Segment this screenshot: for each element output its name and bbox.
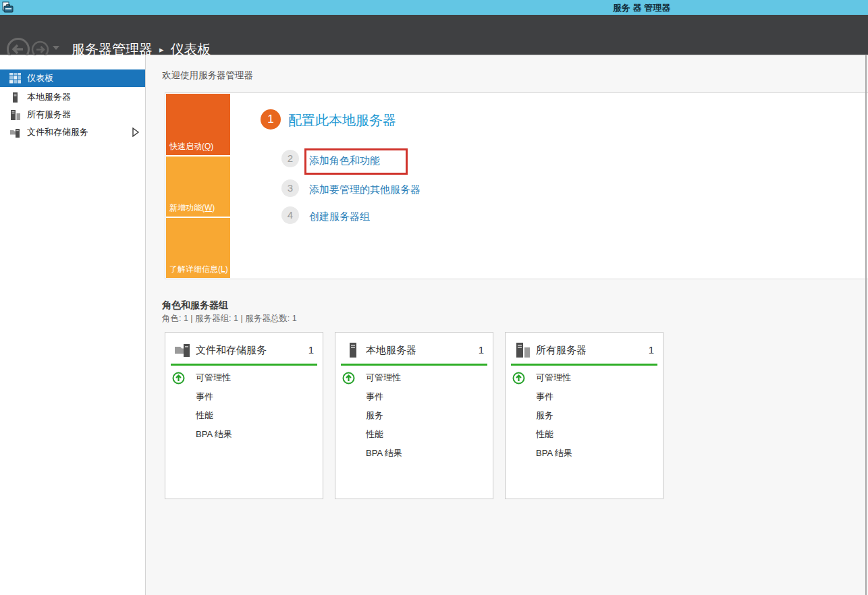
card-row-performance[interactable]: 性能 — [165, 406, 323, 425]
file-storage-icon — [9, 127, 21, 138]
breadcrumb-separator-icon: ▸ — [159, 45, 164, 55]
card-local-server: 本地服务器 1 可管理性 事件 服务 性能 BPA 结果 — [335, 332, 493, 499]
title-bar: 服务 器 管理器 — [0, 0, 868, 15]
card-row-services[interactable]: 服务 — [335, 406, 493, 425]
sidebar-item-label: 仪表板 — [27, 72, 53, 84]
window-title: 服务 器 管理器 — [613, 2, 670, 14]
welcome-heading: 欢迎使用服务器管理器 — [162, 69, 253, 82]
step-3-badge: 3 — [281, 179, 299, 197]
card-row-bpa-results[interactable]: BPA 结果 — [335, 444, 493, 463]
card-row-events[interactable]: 事件 — [335, 387, 493, 406]
card-file-storage-services: 文件和存储服务 1 可管理性 事件 性能 BPA 结果 — [165, 332, 323, 499]
card-row-bpa-results[interactable]: BPA 结果 — [165, 425, 323, 444]
add-roles-features-link[interactable]: 添加角色和功能 — [309, 154, 380, 167]
card-status-line — [341, 364, 487, 366]
card-all-servers: 所有服务器 1 可管理性 事件 服务 性能 BPA 结果 — [505, 332, 663, 499]
sidebar: 仪表板 本地服务器 所有服务器 文件和存储服务 — [0, 55, 146, 595]
dashboard-grid-icon — [9, 73, 21, 84]
card-count: 1 — [479, 344, 484, 356]
card-title[interactable]: 文件和存储服务 — [196, 344, 267, 357]
local-server-icon — [344, 341, 362, 359]
card-row-manageability[interactable]: 可管理性 — [506, 368, 663, 387]
quick-start-tab[interactable]: 快速启动(Q) — [166, 94, 230, 155]
whats-new-label: 新增功能(W) — [169, 202, 215, 214]
sidebar-item-dashboard[interactable]: 仪表板 — [0, 69, 145, 87]
learn-more-tab[interactable]: 了解详细信息(L) — [166, 218, 230, 278]
expand-arrow-icon[interactable] — [132, 128, 140, 137]
roles-summary: 角色: 1 | 服务器组: 1 | 服务器总数: 1 — [162, 313, 297, 324]
card-row-manageability[interactable]: 可管理性 — [165, 368, 323, 387]
sidebar-item-all-servers[interactable]: 所有服务器 — [0, 106, 145, 123]
card-title[interactable]: 所有服务器 — [536, 344, 587, 357]
add-other-servers-link[interactable]: 添加要管理的其他服务器 — [309, 183, 421, 196]
create-server-group-link[interactable]: 创建服务器组 — [309, 210, 370, 223]
roles-section-heading: 角色和服务器组 — [162, 300, 228, 312]
sidebar-item-local-server[interactable]: 本地服务器 — [0, 88, 145, 106]
card-row-manageability[interactable]: 可管理性 — [335, 368, 493, 387]
file-storage-icon — [174, 341, 192, 359]
server-manager-window: 服务 器 管理器 服务器管理器 ▸ 仪表板 仪表板 — [0, 0, 868, 595]
card-row-events[interactable]: 事件 — [506, 387, 663, 406]
up-arrow-status-icon — [172, 372, 185, 385]
card-row-services[interactable]: 服务 — [506, 406, 663, 425]
all-servers-icon — [9, 109, 21, 121]
card-row-events[interactable]: 事件 — [165, 387, 323, 406]
local-server-icon — [9, 92, 21, 103]
step-1-badge: 1 — [261, 109, 281, 130]
step-4-badge: 4 — [281, 206, 299, 224]
sidebar-item-label: 文件和存储服务 — [27, 126, 88, 138]
card-count: 1 — [308, 344, 314, 356]
card-status-line — [171, 364, 317, 366]
card-row-performance[interactable]: 性能 — [335, 425, 493, 444]
window-right-edge — [865, 55, 867, 595]
sidebar-item-file-storage-services[interactable]: 文件和存储服务 — [0, 123, 145, 141]
configure-local-server-link[interactable]: 配置此本地服务器 — [288, 111, 396, 130]
server-manager-app-icon — [2, 1, 14, 13]
quick-start-label: 快速启动(Q) — [169, 141, 213, 152]
breadcrumb-current: 仪表板 — [171, 40, 211, 59]
sidebar-item-label: 本地服务器 — [27, 91, 71, 103]
card-count: 1 — [649, 344, 654, 356]
all-servers-icon — [514, 341, 532, 359]
up-arrow-status-icon — [342, 372, 355, 385]
whats-new-tab[interactable]: 新增功能(W) — [166, 157, 230, 217]
learn-more-label: 了解详细信息(L) — [169, 264, 228, 275]
nav-bar: 服务器管理器 ▸ 仪表板 — [0, 15, 868, 55]
up-arrow-status-icon — [512, 372, 525, 385]
card-row-performance[interactable]: 性能 — [506, 425, 663, 444]
card-title[interactable]: 本地服务器 — [366, 344, 416, 357]
sidebar-item-label: 所有服务器 — [27, 109, 71, 121]
card-status-line — [511, 364, 657, 366]
step-2-badge: 2 — [281, 150, 299, 167]
history-dropdown-icon[interactable] — [53, 46, 59, 50]
card-row-bpa-results[interactable]: BPA 结果 — [506, 444, 663, 463]
